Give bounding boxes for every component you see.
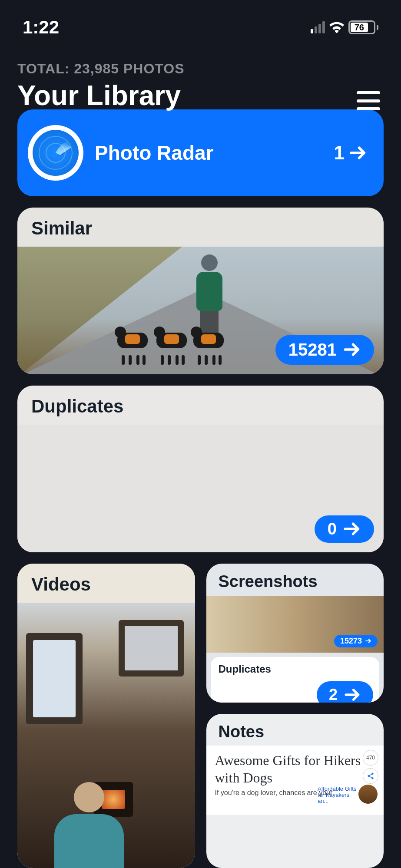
page-header: TOTAL: 23,985 PHOTOS Your Library [0,48,401,112]
similar-title: Similar [31,218,370,239]
screenshots-duplicates-label: Duplicates [219,663,372,675]
screenshots-duplicates-count-button[interactable]: 2 [317,681,373,703]
wifi-icon [329,22,344,33]
screenshots-card[interactable]: Screenshots 15273 Duplicates 2 [206,564,384,703]
notes-card[interactable]: Notes Awesome Gifts for Hikers with Dogs… [206,714,384,868]
battery-percentage: 76 [351,23,368,32]
arrow-right-icon [345,688,361,702]
similar-count-button[interactable]: 15281 [275,335,374,365]
similar-card[interactable]: Similar 15281 [17,208,384,374]
duplicates-count-button[interactable]: 0 [315,515,374,543]
arrow-right-icon [344,521,361,536]
photo-radar-card[interactable]: Photo Radar 1 [17,109,384,196]
battery-indicator: 76 [348,20,378,34]
status-indicators: 76 [311,20,378,34]
screenshots-duplicates-subcard[interactable]: Duplicates 2 [211,657,380,703]
photo-radar-count[interactable]: 1 [334,142,367,164]
photo-radar-count-value: 1 [334,142,345,164]
duplicates-count-value: 0 [328,520,337,538]
status-bar: 1:22 76 [0,0,401,48]
videos-card[interactable]: Videos [17,564,195,868]
radar-icon [28,125,83,181]
notes-title: Notes [219,723,372,741]
share-count-badge: 470 [363,750,378,766]
photo-radar-title: Photo Radar [95,141,334,165]
screenshots-duplicates-count-value: 2 [329,686,338,703]
screenshots-title: Screenshots [219,572,372,591]
cellular-signal-icon [311,21,325,33]
screenshots-inner-count-button[interactable]: 15273 [334,635,378,647]
duplicates-title: Duplicates [31,396,370,417]
arrow-right-icon [344,342,361,357]
videos-title: Videos [31,574,181,595]
related-thumbnail [358,785,378,804]
notes-headline: Awesome Gifts for Hikers with Dogs [215,752,375,786]
share-icon[interactable] [363,768,378,784]
screenshots-inner-count-value: 15273 [340,637,362,646]
arrow-right-icon [350,145,367,160]
arrow-right-icon [365,638,371,644]
total-photos-label: TOTAL: 23,985 PHOTOS [17,61,384,77]
duplicates-card[interactable]: Duplicates 0 [17,386,384,552]
status-time: 1:22 [23,17,59,38]
screenshots-preview-image: 15273 [206,596,384,653]
related-link-text[interactable]: Affordable Gifts for Kayakers an... [318,786,357,805]
videos-preview-image [17,603,195,868]
notes-preview: Awesome Gifts for Hikers with Dogs If yo… [206,746,384,815]
similar-count-value: 15281 [288,340,337,360]
page-title: Your Library [17,79,384,112]
